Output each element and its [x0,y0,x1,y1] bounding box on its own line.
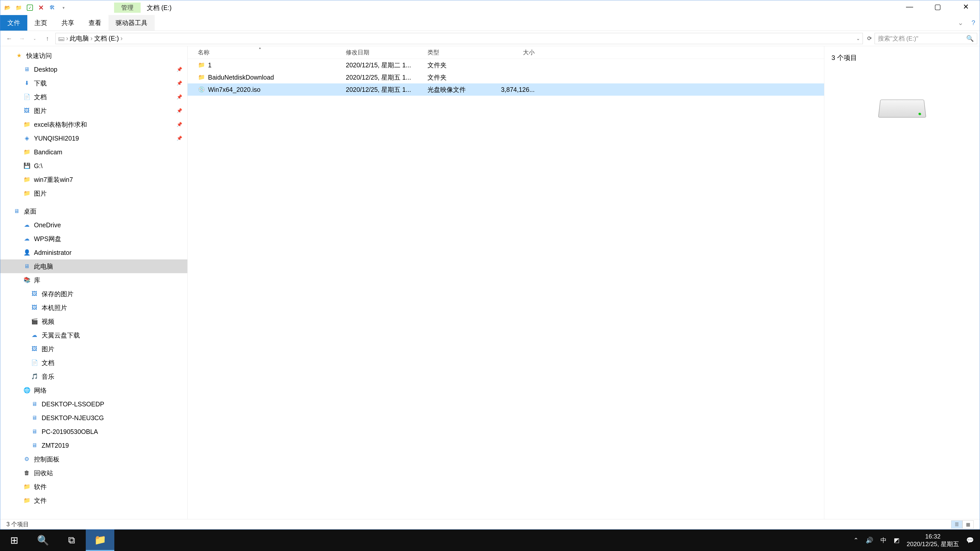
clock-date: 2020/12/25, 星期五 [907,540,959,548]
maximize-button[interactable]: ▢ [924,0,952,13]
file-row[interactable]: 📁12020/12/15, 星期二 1...文件夹 [188,59,824,71]
nav-quick-access[interactable]: ★快速访问 [0,49,187,62]
clock[interactable]: 16:32 2020/12/25, 星期五 [907,533,959,548]
preview-pane: 3 个项目 [824,46,980,519]
ribbon-collapse-icon[interactable]: ⌄ [954,15,967,30]
up-button[interactable]: ↑ [41,33,54,44]
nav-tianyi[interactable]: ☁天翼云盘下载 [0,328,187,342]
breadcrumb[interactable]: 🖴 › 此电脑 › 文档 (E:) › ⌄ [56,33,863,44]
folder-icon: 📁 [23,176,30,183]
tray-overflow-icon[interactable]: ⌃ [853,537,859,544]
chevron-down-icon[interactable]: ⌄ [856,36,860,41]
nav-g-drive[interactable]: 💾G:\ [0,159,187,173]
nav-music[interactable]: 🎵音乐 [0,370,187,383]
app-icon[interactable]: 📂 [3,3,12,12]
nav-win7-folder[interactable]: 📁win7重装win7 [0,173,187,186]
nav-desktop-root[interactable]: 🖥桌面 [0,204,187,218]
ribbon-drive-tools[interactable]: 驱动器工具 [108,15,155,30]
thumbnails-view-button[interactable]: ▦ [963,520,974,529]
nav-network-pc3[interactable]: 🖥PC-20190530OBLA [0,425,187,438]
window-title: 文档 (E:) [141,3,178,12]
ime-indicator[interactable]: 中 [880,536,886,545]
navigation-pane[interactable]: ★快速访问 🖥Desktop📌 ⬇下载📌 📄文档📌 🖼图片📌 📁excel表格制… [0,46,188,519]
task-view-button[interactable]: ⧉ [57,530,86,551]
file-row[interactable]: 📁BaiduNetdiskDownload2020/12/25, 星期五 1..… [188,71,824,83]
col-date[interactable]: 修改日期 [346,48,428,56]
back-button[interactable]: ← [3,33,16,44]
ribbon-share[interactable]: 共享 [54,15,81,30]
contextual-tab-manage[interactable]: 管理 [114,3,141,13]
nav-files[interactable]: 📁文件 [0,494,187,507]
search-placeholder: 搜索"文档 (E:)" [878,35,918,43]
preview-item-count: 3 个项目 [832,53,973,62]
qa-close-icon[interactable]: ✕ [37,3,46,12]
crumb-this-pc[interactable]: 此电脑 [70,34,89,43]
nav-excel-folder[interactable]: 📁excel表格制作求和📌 [0,118,187,131]
pc-icon: 🖥 [31,400,38,408]
col-name[interactable]: 名称 [198,48,346,56]
folder-icon: 📁 [23,121,30,128]
nav-admin[interactable]: 👤Administrator [0,246,187,259]
qa-properties-icon[interactable]: 🛠 [48,3,57,12]
nav-bandicam[interactable]: 📁Bandicam [0,145,187,159]
cloud-icon: ☁ [23,221,30,229]
nav-this-pc[interactable]: 🖥此电脑 [0,259,187,273]
minimize-button[interactable]: — [896,0,924,13]
nav-onedrive[interactable]: ☁OneDrive [0,218,187,232]
crumb-drive-e[interactable]: 文档 (E:) [94,34,119,43]
nav-control-panel[interactable]: ⚙控制面板 [0,452,187,466]
ribbon-home[interactable]: 主页 [27,15,54,30]
search-icon: 🔍 [966,35,974,42]
col-size[interactable]: 大小 [496,48,535,56]
nav-documents[interactable]: 📄文档📌 [0,90,187,104]
column-header[interactable]: ▴ 名称 修改日期 类型 大小 [188,46,824,59]
library-icon: 📚 [23,276,30,284]
nav-network-pc2[interactable]: 🖥DESKTOP-NJEU3CG [0,411,187,425]
nav-pictures-lib[interactable]: 🖼图片 [0,342,187,356]
nav-wps[interactable]: ☁WPS网盘 [0,232,187,246]
nav-videos[interactable]: 🎬视频 [0,314,187,328]
ribbon-menu: 文件 主页 共享 查看 驱动器工具 ⌄ ? [0,15,980,31]
pc-icon: 🖥 [23,263,30,270]
ribbon-view[interactable]: 查看 [81,15,108,30]
nav-network-pc4[interactable]: 🖥ZMT2019 [0,438,187,452]
status-bar: 3 个项目 ☰ ▦ [0,519,980,529]
nav-software[interactable]: 📁软件 [0,480,187,494]
file-row[interactable]: 💿Win7x64_2020.iso2020/12/25, 星期五 1...光盘映… [188,83,824,96]
help-icon[interactable]: ? [967,15,980,30]
nav-local-photos[interactable]: 🖼本机照片 [0,301,187,314]
recent-dropdown-icon[interactable]: ⌄ [28,33,41,44]
qa-dropdown-icon[interactable]: ▾ [59,3,68,12]
ribbon-file[interactable]: 文件 [0,15,27,30]
nav-downloads[interactable]: ⬇下载📌 [0,76,187,90]
action-center-icon[interactable]: 💬 [966,537,974,544]
col-type[interactable]: 类型 [428,48,496,56]
forward-button[interactable]: → [16,33,28,44]
nav-docs-lib[interactable]: 📄文档 [0,356,187,370]
nav-desktop[interactable]: 🖥Desktop📌 [0,62,187,76]
nav-yunqishi[interactable]: ◈YUNQISHI2019📌 [0,131,187,145]
address-bar: ← → ⌄ ↑ 🖴 › 此电脑 › 文档 (E:) › ⌄ ⟳ 搜索"文档 (E… [0,31,980,46]
nav-libraries[interactable]: 📚库 [0,273,187,287]
nav-network[interactable]: 🌐网络 [0,383,187,397]
explorer-taskbar-button[interactable]: 📁 [86,530,115,551]
file-list: ▴ 名称 修改日期 类型 大小 📁12020/12/15, 星期二 1...文件… [188,46,824,519]
file-date: 2020/12/25, 星期五 1... [346,73,428,82]
taskbar: ⊞ 🔍 ⧉ 📁 ⌃ 🔊 中 ◩ 16:32 2020/12/25, 星期五 💬 [0,530,980,551]
folder-icon[interactable]: 📁 [14,3,23,12]
nav-network-pc1[interactable]: 🖥DESKTOP-LSSOEDP [0,397,187,411]
nav-saved-pictures[interactable]: 🖼保存的图片 [0,287,187,301]
search-button[interactable]: 🔍 [29,530,57,551]
close-button[interactable]: ✕ [952,0,980,13]
tray-app-icon[interactable]: ◩ [894,537,900,544]
nav-recycle-bin[interactable]: 🗑回收站 [0,466,187,480]
start-button[interactable]: ⊞ [0,530,29,551]
nav-pictures-2[interactable]: 📁图片 [0,186,187,200]
file-name: BaiduNetdiskDownload [208,74,274,81]
search-input[interactable]: 搜索"文档 (E:)" 🔍 [875,33,977,44]
refresh-button[interactable]: ⟳ [864,35,875,42]
details-view-button[interactable]: ☰ [951,520,963,529]
volume-icon[interactable]: 🔊 [865,537,873,544]
qa-check-icon[interactable]: ✓ [25,3,35,12]
nav-pictures[interactable]: 🖼图片📌 [0,104,187,118]
